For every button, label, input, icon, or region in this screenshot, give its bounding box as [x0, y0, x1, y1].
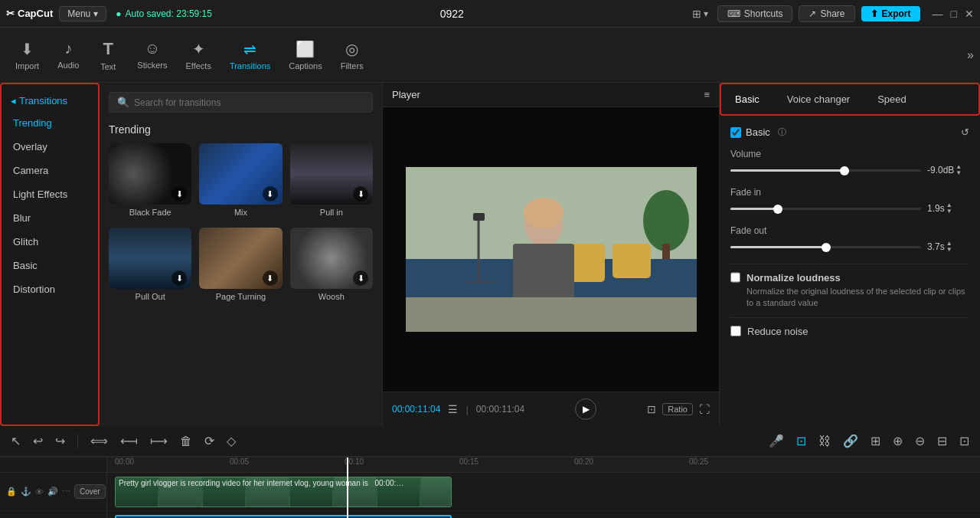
cover-button[interactable]: Cover — [74, 484, 106, 499]
ruler-mark-0: 00:00 — [115, 457, 134, 466]
toolbar-effects[interactable]: ✦ Effects — [176, 40, 220, 70]
audio-track-label: 🔒 ⚓ 🔊 ⋯ — [0, 511, 106, 518]
timeline-tracks: 00:00 00:05 00:10 00:15 00:20 00:25 — [107, 457, 980, 518]
toolbar-import[interactable]: ⬇ Import — [6, 40, 48, 70]
fade-out-slider-thumb[interactable] — [822, 243, 831, 252]
reset-icon[interactable]: ↺ — [961, 126, 969, 138]
captions-icon: ⬜ — [296, 40, 315, 58]
redo-button[interactable]: ↪ — [52, 432, 68, 450]
fit-button[interactable]: ⊡ — [956, 432, 972, 450]
normalize-checkbox[interactable] — [730, 272, 740, 283]
link2-button[interactable]: 🔗 — [840, 432, 861, 450]
volume-spinner[interactable]: ▲ ▼ — [956, 164, 962, 176]
download-icon[interactable]: ⬇ — [172, 270, 187, 286]
spinner-down-icon[interactable]: ▼ — [956, 170, 962, 176]
split-button[interactable]: ⟺ — [87, 432, 111, 450]
download-icon[interactable]: ⬇ — [353, 270, 368, 286]
transition-card-woosh[interactable]: ⬇ Woosh — [290, 228, 373, 304]
player-menu-icon[interactable]: ≡ — [704, 89, 710, 100]
tab-speed[interactable]: Speed — [864, 84, 920, 114]
minimize-icon[interactable]: — — [933, 8, 943, 20]
shortcuts-button[interactable]: ⌨ Shortcuts — [717, 5, 793, 22]
toolbar-stickers[interactable]: ☺ Stickers — [128, 40, 176, 70]
sidebar-item-distortion[interactable]: Distortion — [2, 277, 98, 301]
menu-button[interactable]: Menu ▾ — [59, 6, 106, 21]
video-frame — [406, 167, 697, 332]
time-total: 00:00:11:04 — [476, 404, 524, 415]
snap-button[interactable]: ⊡ — [793, 432, 809, 450]
eye-icon[interactable]: 👁 — [35, 487, 44, 497]
toolbar-filters[interactable]: ◎ Filters — [332, 40, 373, 70]
transition-card-black-fade[interactable]: ⬇ Black Fade — [109, 143, 191, 220]
ratio-button[interactable]: Ratio — [662, 403, 693, 415]
spinner-down-icon[interactable]: ▼ — [946, 208, 952, 215]
search-bar[interactable]: 🔍 — [109, 92, 373, 113]
download-icon[interactable]: ⬇ — [172, 186, 187, 202]
maximize-icon[interactable]: □ — [951, 8, 957, 20]
toolbar-expand-button[interactable]: » — [967, 48, 974, 62]
zoom-out-button[interactable]: ⊖ — [912, 432, 928, 450]
loop-button[interactable]: ⟳ — [201, 432, 217, 450]
split-audio-button[interactable]: ⊞ — [867, 432, 884, 450]
zoom-in-button[interactable]: ⊕ — [890, 432, 906, 450]
sidebar-item-overlay[interactable]: Overlay — [2, 135, 98, 159]
toolbar-text[interactable]: T Text — [88, 39, 128, 71]
mic-button[interactable]: 🎤 — [766, 432, 787, 450]
delete-button[interactable]: 🗑 — [177, 433, 195, 450]
spinner-down-icon[interactable]: ▼ — [946, 247, 952, 253]
split2-button[interactable]: ⟻ — [117, 432, 141, 450]
volume-icon[interactable]: 🔊 — [47, 487, 58, 497]
search-input[interactable] — [134, 97, 364, 108]
sidebar-item-trending[interactable]: Trending — [2, 111, 98, 135]
basic-checkbox[interactable] — [730, 127, 741, 138]
fade-in-spinner[interactable]: ▲ ▼ — [946, 202, 952, 215]
cursor-tool[interactable]: ↖ — [8, 432, 24, 450]
volume-slider-track[interactable] — [730, 169, 921, 172]
reduce-noise-label: Reduce noise — [747, 326, 808, 337]
share-button[interactable]: ↗ Share — [799, 5, 854, 22]
lock-icon[interactable]: 🔒 — [6, 487, 17, 497]
toolbar-transitions[interactable]: ⇌ Transitions — [220, 40, 279, 70]
download-icon[interactable]: ⬇ — [263, 186, 278, 202]
transition-card-pull-out[interactable]: ⬇ Pull Out — [109, 228, 191, 304]
fade-in-slider-thumb[interactable] — [773, 205, 782, 214]
timeline-slider[interactable]: ⊟ — [934, 432, 950, 450]
fullscreen-icon[interactable]: ⛶ — [699, 403, 710, 415]
more-icon[interactable]: ⋯ — [62, 487, 70, 497]
transition-card-pull-in[interactable]: ⬇ Pull in — [290, 143, 373, 220]
toolbar-audio[interactable]: ♪ Audio — [48, 40, 88, 70]
sidebar-item-glitch[interactable]: Glitch — [2, 230, 98, 254]
close-icon[interactable]: ✕ — [965, 8, 974, 20]
mark-button[interactable]: ◇ — [224, 432, 239, 450]
sidebar-item-camera[interactable]: Camera — [2, 159, 98, 182]
play-button[interactable]: ▶ — [575, 398, 596, 420]
video-clip[interactable]: Pretty girl vlogger is recording video f… — [115, 477, 452, 507]
fade-in-slider-track[interactable] — [730, 208, 921, 210]
toolbar-captions[interactable]: ⬜ Captions — [279, 40, 331, 70]
export-button[interactable]: ⬆ Export — [861, 6, 920, 21]
fullscreen-fit-icon[interactable]: ⊡ — [647, 403, 656, 415]
tab-voice-changer[interactable]: Voice changer — [773, 84, 864, 114]
transition-card-mix[interactable]: ⬇ Mix — [199, 143, 282, 220]
sidebar-item-basic[interactable]: Basic — [2, 254, 98, 277]
search-icon: 🔍 — [117, 97, 129, 108]
transition-card-page-turning[interactable]: ⬇ Page Turning — [199, 228, 282, 304]
sidebar-item-blur[interactable]: Blur — [2, 206, 98, 230]
reduce-noise-checkbox[interactable] — [730, 326, 741, 336]
volume-slider-thumb[interactable] — [840, 166, 849, 175]
audio-clip[interactable]: Relaxing, Simple, Countryside, Travel, N… — [115, 515, 452, 518]
link-button[interactable]: ⛓ — [815, 433, 834, 450]
split3-button[interactable]: ⟼ — [147, 432, 171, 450]
fade-out-spinner[interactable]: ▲ ▼ — [946, 241, 952, 253]
left-panel: ◂ Transitions Trending Overlay Camera Li… — [0, 83, 100, 426]
undo-button[interactable]: ↩ — [30, 432, 46, 450]
playhead[interactable] — [347, 457, 348, 518]
fade-out-slider-track[interactable] — [730, 246, 921, 248]
layout-icon[interactable]: ⊞ ▾ — [692, 8, 708, 20]
transitions-label: Transitions — [230, 61, 270, 70]
sidebar-item-light-effects[interactable]: Light Effects — [2, 182, 98, 206]
download-icon[interactable]: ⬇ — [353, 186, 368, 202]
download-icon[interactable]: ⬇ — [263, 270, 278, 286]
tab-basic[interactable]: Basic — [721, 84, 773, 114]
transitions-grid: ⬇ Black Fade ⬇ Mix ⬇ — [109, 143, 373, 304]
